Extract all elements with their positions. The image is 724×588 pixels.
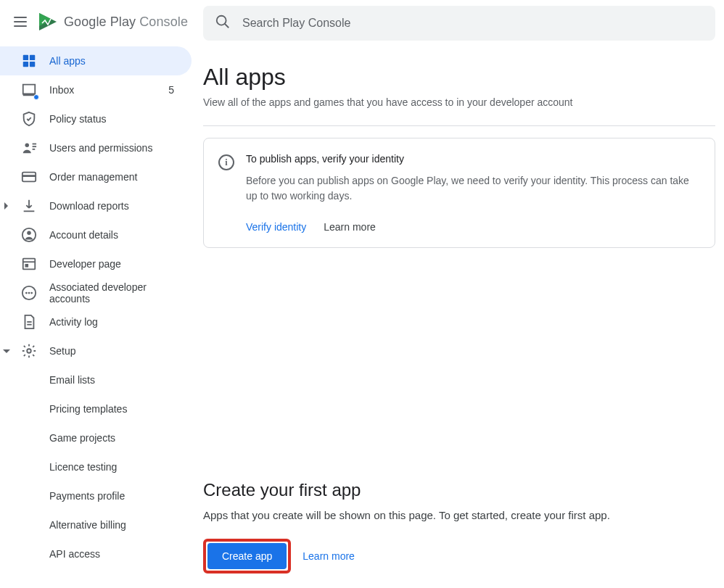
sidebar-header: Google Play Console bbox=[0, 6, 203, 41]
sidebar-item-download-reports[interactable]: Download reports bbox=[0, 191, 192, 220]
sidebar-item-all-apps[interactable]: All apps bbox=[0, 46, 192, 75]
users-icon bbox=[20, 139, 38, 157]
sidebar-item-setup[interactable]: Setup bbox=[0, 336, 192, 365]
info-card-body: Before you can publish apps on Google Pl… bbox=[246, 173, 697, 204]
download-icon bbox=[20, 197, 38, 215]
sidebar-item-label: Setup bbox=[49, 345, 180, 357]
sidebar-item-label: Account details bbox=[49, 229, 180, 241]
sidebar-item-label: Policy status bbox=[49, 113, 180, 125]
web-page-icon bbox=[20, 255, 38, 273]
sidebar-item-label: Inbox bbox=[49, 84, 157, 96]
search-icon bbox=[215, 14, 231, 33]
search-bar[interactable] bbox=[203, 6, 715, 41]
brand-logo[interactable]: Google Play Console bbox=[38, 12, 188, 32]
svg-point-15 bbox=[27, 231, 31, 236]
sidebar-subitem-pricing-templates[interactable]: Pricing templates bbox=[0, 394, 192, 423]
sidebar-item-account-details[interactable]: Account details bbox=[0, 220, 192, 249]
svg-point-26 bbox=[217, 16, 226, 25]
sidebar-subitem-api-access[interactable]: API access bbox=[0, 539, 192, 568]
verify-identity-card: i To publish apps, verify your identity … bbox=[203, 138, 715, 248]
credit-card-icon bbox=[20, 168, 38, 186]
svg-point-22 bbox=[30, 292, 33, 294]
sidebar: Google Play Console All apps Inbox 5 bbox=[0, 0, 203, 588]
sidebar-item-users-permissions[interactable]: Users and permissions bbox=[0, 133, 192, 162]
page-header: All apps View all of the apps and games … bbox=[203, 64, 715, 126]
learn-more-button[interactable]: Learn more bbox=[324, 221, 376, 233]
create-learn-more-link[interactable]: Learn more bbox=[303, 550, 355, 562]
create-app-highlight: Create app bbox=[203, 539, 291, 573]
svg-rect-3 bbox=[30, 55, 35, 60]
create-section-title: Create your first app bbox=[203, 480, 715, 500]
spacer bbox=[203, 248, 715, 480]
svg-rect-18 bbox=[25, 264, 29, 268]
svg-point-25 bbox=[27, 349, 31, 353]
info-card-title: To publish apps, verify your identity bbox=[246, 153, 697, 165]
sidebar-item-inbox[interactable]: Inbox 5 bbox=[0, 75, 192, 104]
shield-icon bbox=[20, 110, 38, 128]
svg-point-20 bbox=[25, 292, 28, 294]
sidebar-nav: All apps Inbox 5 Policy status bbox=[0, 46, 203, 568]
svg-rect-5 bbox=[30, 62, 35, 67]
sidebar-item-label: Associated developer accounts bbox=[49, 281, 180, 305]
create-app-actions: Create app Learn more bbox=[203, 539, 715, 573]
svg-rect-4 bbox=[23, 62, 28, 67]
gear-icon bbox=[20, 342, 38, 360]
inbox-badge: 5 bbox=[168, 84, 180, 96]
apps-grid-icon bbox=[20, 52, 38, 70]
page-title: All apps bbox=[203, 64, 715, 91]
sidebar-subitem-alternative-billing[interactable]: Alternative billing bbox=[0, 510, 192, 539]
sidebar-item-developer-page[interactable]: Developer page bbox=[0, 249, 192, 278]
sidebar-subitem-game-projects[interactable]: Game projects bbox=[0, 423, 192, 452]
sidebar-item-label: Users and permissions bbox=[49, 142, 180, 154]
sidebar-item-policy-status[interactable]: Policy status bbox=[0, 104, 192, 133]
inbox-icon bbox=[20, 81, 38, 99]
main-content: All apps View all of the apps and games … bbox=[203, 0, 724, 588]
svg-point-21 bbox=[28, 292, 30, 294]
sidebar-item-order-management[interactable]: Order management bbox=[0, 162, 192, 191]
brand-text: Google Play Console bbox=[64, 15, 188, 30]
sidebar-subitem-licence-testing[interactable]: Licence testing bbox=[0, 452, 192, 481]
setup-submenu: Email lists Pricing templates Game proje… bbox=[0, 365, 203, 568]
page-subtitle: View all of the apps and games that you … bbox=[203, 96, 715, 126]
inbox-notification-dot-icon bbox=[33, 94, 39, 100]
info-icon: i bbox=[218, 154, 234, 170]
sidebar-subitem-payments-profile[interactable]: Payments profile bbox=[0, 481, 192, 510]
sidebar-item-associated-accounts[interactable]: Associated developer accounts bbox=[0, 278, 192, 307]
sidebar-item-label: Download reports bbox=[49, 200, 180, 212]
expand-caret-icon bbox=[4, 202, 8, 210]
sidebar-subitem-email-lists[interactable]: Email lists bbox=[0, 365, 192, 394]
create-app-button[interactable]: Create app bbox=[207, 543, 287, 569]
play-console-logo-icon bbox=[38, 12, 58, 32]
sidebar-item-label: Order management bbox=[49, 171, 180, 183]
svg-rect-12 bbox=[22, 175, 36, 177]
sidebar-item-activity-log[interactable]: Activity log bbox=[0, 307, 192, 336]
account-icon bbox=[20, 226, 38, 244]
verify-identity-button[interactable]: Verify identity bbox=[246, 221, 306, 233]
sidebar-item-label: All apps bbox=[49, 55, 180, 67]
search-input[interactable] bbox=[242, 17, 704, 30]
svg-line-27 bbox=[225, 24, 229, 28]
sidebar-item-label: Activity log bbox=[49, 316, 180, 328]
hamburger-menu-icon[interactable] bbox=[12, 13, 29, 30]
sidebar-item-label: Developer page bbox=[49, 258, 180, 270]
associated-accounts-icon bbox=[20, 284, 38, 302]
svg-rect-16 bbox=[23, 259, 36, 270]
document-icon bbox=[20, 313, 38, 331]
svg-rect-2 bbox=[23, 55, 28, 60]
svg-point-7 bbox=[25, 144, 30, 148]
collapse-caret-icon bbox=[3, 349, 10, 353]
create-section-body: Apps that you create will be shown on th… bbox=[203, 509, 715, 521]
